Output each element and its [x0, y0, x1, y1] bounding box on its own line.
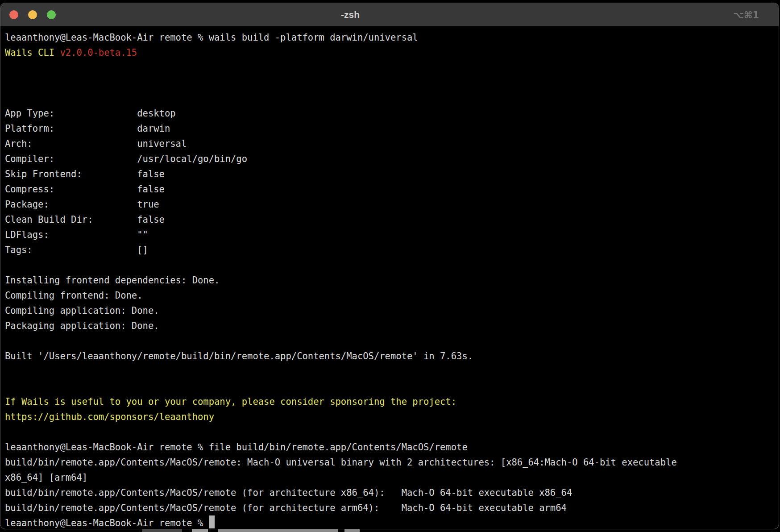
- terminal-text-segment: Installing frontend dependencies: Done.: [5, 275, 220, 286]
- background-window-sliver: [0, 529, 780, 532]
- terminal-text-segment: If Wails is useful to you or your compan…: [5, 396, 456, 407]
- window-title: -zsh: [0, 3, 700, 26]
- terminal-text-segment: App Type: desktop: [5, 108, 176, 119]
- terminal-line: [5, 75, 774, 91]
- terminal-text-segment: leaanthony@Leas-MacBook-Air remote %: [5, 518, 209, 528]
- terminal-line: App Type: desktop: [5, 106, 774, 121]
- terminal-line: Compress: false: [5, 182, 774, 197]
- terminal-line: [5, 379, 774, 394]
- terminal-text-segment: build/bin/remote.app/Contents/MacOS/remo…: [5, 487, 572, 498]
- background-window-fragment: [218, 529, 338, 532]
- terminal-line: Platform: darwin: [5, 121, 774, 136]
- terminal-line: [5, 60, 774, 75]
- terminal-text-segment: LDFlags: "": [5, 229, 148, 240]
- terminal-line: LDFlags: "": [5, 227, 774, 242]
- terminal-text-segment: Skip Frontend: false: [5, 169, 165, 179]
- terminal-text-segment: Platform: darwin: [5, 123, 170, 134]
- terminal-line: [5, 364, 774, 379]
- terminal-line: build/bin/remote.app/Contents/MacOS/remo…: [5, 485, 774, 500]
- terminal-line: Installing frontend dependencies: Done.: [5, 273, 774, 288]
- terminal-line: [5, 258, 774, 273]
- tab-shortcut-label: ⌥⌘1: [733, 3, 759, 26]
- terminal-text-segment: Compiler: /usr/local/go/bin/go: [5, 154, 247, 164]
- terminal-line: Built '/Users/leaanthony/remote/build/bi…: [5, 349, 774, 364]
- terminal-line: Package: true: [5, 197, 774, 212]
- terminal-text-segment: leaanthony@Leas-MacBook-Air remote % wai…: [5, 32, 418, 43]
- terminal-line: leaanthony@Leas-MacBook-Air remote % wai…: [5, 30, 774, 45]
- terminal-line: build/bin/remote.app/Contents/MacOS/remo…: [5, 500, 774, 515]
- background-window-fragment: [142, 529, 182, 532]
- terminal-line: Compiler: /usr/local/go/bin/go: [5, 151, 774, 166]
- terminal-text-segment: Compiling application: Done.: [5, 305, 159, 316]
- terminal-text-segment: Compiling frontend: Done.: [5, 290, 143, 301]
- terminal-cursor: [209, 515, 215, 528]
- terminal-text-segment: build/bin/remote.app/Contents/MacOS/remo…: [5, 457, 677, 468]
- terminal-text-segment: https://github.com/sponsors/leaanthony: [5, 411, 214, 422]
- terminal-text-segment: Wails CLI: [5, 47, 60, 58]
- terminal-text-segment: Packaging application: Done.: [5, 320, 159, 331]
- terminal-line: [5, 91, 774, 106]
- terminal-text-segment: Tags: []: [5, 245, 148, 255]
- terminal-line: leaanthony@Leas-MacBook-Air remote %: [5, 515, 774, 529]
- desktop-background: -zsh ⌥⌘1 leaanthony@Leas-MacBook-Air rem…: [0, 0, 780, 532]
- background-window-fragment: [344, 529, 360, 532]
- terminal-line: leaanthony@Leas-MacBook-Air remote % fil…: [5, 440, 774, 455]
- terminal-line: Clean Build Dir: false: [5, 212, 774, 227]
- terminal-line: x86_64] [arm64]: [5, 470, 774, 485]
- terminal-line: Compiling application: Done.: [5, 303, 774, 318]
- terminal-line: Arch: universal: [5, 136, 774, 151]
- title-bar[interactable]: -zsh ⌥⌘1: [0, 3, 779, 26]
- terminal-output[interactable]: leaanthony@Leas-MacBook-Air remote % wai…: [0, 26, 779, 529]
- terminal-line: https://github.com/sponsors/leaanthony: [5, 409, 774, 424]
- terminal-window: -zsh ⌥⌘1 leaanthony@Leas-MacBook-Air rem…: [0, 3, 779, 529]
- terminal-line: Compiling frontend: Done.: [5, 288, 774, 303]
- terminal-line: If Wails is useful to you or your compan…: [5, 394, 774, 409]
- terminal-line: Tags: []: [5, 242, 774, 258]
- terminal-text-segment: Built '/Users/leaanthony/remote/build/bi…: [5, 351, 473, 362]
- terminal-line: Skip Frontend: false: [5, 166, 774, 182]
- background-window-fragment: [192, 529, 208, 532]
- terminal-text-segment: Package: true: [5, 199, 159, 210]
- terminal-line: Wails CLI v2.0.0-beta.15: [5, 45, 774, 60]
- terminal-line: [5, 424, 774, 440]
- terminal-line: Packaging application: Done.: [5, 318, 774, 333]
- terminal-text-segment: Arch: universal: [5, 138, 187, 149]
- terminal-text-segment: x86_64] [arm64]: [5, 472, 87, 483]
- terminal-text-segment: leaanthony@Leas-MacBook-Air remote % fil…: [5, 442, 468, 453]
- terminal-text-segment: Compress: false: [5, 184, 165, 195]
- terminal-text-segment: build/bin/remote.app/Contents/MacOS/remo…: [5, 503, 567, 513]
- terminal-text-segment: Clean Build Dir: false: [5, 214, 165, 225]
- terminal-line: build/bin/remote.app/Contents/MacOS/remo…: [5, 455, 774, 470]
- terminal-line: [5, 333, 774, 349]
- terminal-text-segment: v2.0.0-beta.15: [60, 47, 137, 58]
